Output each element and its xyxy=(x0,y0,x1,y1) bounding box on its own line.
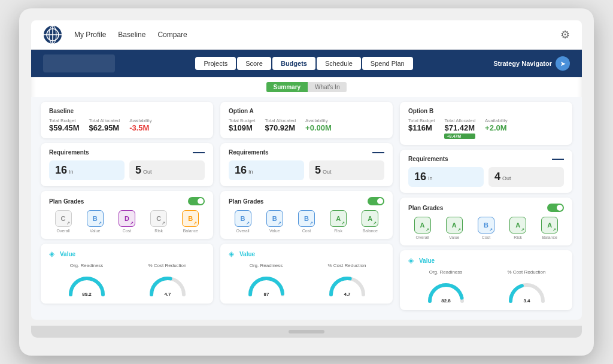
tab-schedule[interactable]: Schedule xyxy=(317,57,361,70)
value-card-option-a: ◈ Value Org. Readiness 87 xyxy=(220,244,393,304)
gauge-org-readiness-baseline: Org. Readiness 89.2 xyxy=(66,263,108,298)
budget-badge-option-b: +8.47M xyxy=(444,134,475,139)
grade-risk-option-a: A↗ Risk xyxy=(330,210,347,233)
gauge-org-readiness-option-b: Org. Readiness 82.8 xyxy=(425,269,467,304)
laptop-frame: My Profile Baseline Compare ⚙ Projects S… xyxy=(19,8,594,356)
total-budget-baseline: Total Budget $59.45M xyxy=(49,118,80,132)
column-title-option-b: Option B xyxy=(408,108,564,114)
column-option-b: Option B Total Budget $116M Total Alloca… xyxy=(400,102,572,310)
req-line xyxy=(193,152,205,153)
gear-icon[interactable]: ⚙ xyxy=(560,28,570,41)
screen: My Profile Baseline Compare ⚙ Projects S… xyxy=(31,20,582,320)
req-out-option-a: 5 Out xyxy=(309,160,384,180)
nav-links: My Profile Baseline Compare xyxy=(74,31,187,39)
column-option-a: Option A Total Budget $109M Total Alloca… xyxy=(220,102,393,310)
nav-baseline[interactable]: Baseline xyxy=(118,31,145,39)
value-card-option-b: ◈ Value Org. Readiness 82.8 xyxy=(400,250,572,310)
availability-baseline: Availability -3.5M xyxy=(129,118,152,132)
svg-text:4.7: 4.7 xyxy=(164,292,171,297)
svg-text:87: 87 xyxy=(263,292,269,297)
budget-card-option-a: Option A Total Budget $109M Total Alloca… xyxy=(220,102,393,138)
grade-overall-option-b: A↗ Overall xyxy=(414,217,431,239)
grade-risk-baseline: C↗ Risk xyxy=(150,210,167,233)
strategy-navigator-label: Strategy Navigator xyxy=(493,60,552,67)
value-icon-baseline: ◈ xyxy=(49,250,57,258)
grades-toggle-baseline[interactable] xyxy=(188,197,205,205)
total-allocated-option-a: Total Allocated $70.92M xyxy=(265,118,296,132)
grade-value-baseline: B↗ Value xyxy=(87,210,104,233)
availability-option-b: Availability +2.0M xyxy=(485,118,508,132)
value-icon-option-b: ◈ xyxy=(408,256,417,265)
grades-toggle-option-a[interactable] xyxy=(368,197,384,205)
grade-cost-baseline: D↗ Cost xyxy=(119,210,135,233)
req-line-a xyxy=(372,152,384,153)
tab-group: Projects Score Budgets Schedule Spend Pl… xyxy=(195,57,412,70)
tab-projects[interactable]: Projects xyxy=(195,57,236,70)
tab-spend-plan[interactable]: Spend Plan xyxy=(362,57,413,70)
column-title-option-a: Option A xyxy=(229,108,384,114)
banner-left-graphic xyxy=(43,54,115,72)
main-content: Baseline Total Budget $59.45M Total Allo… xyxy=(31,97,582,320)
gauge-cost-reduction-option-a: % Cost Reduction 4.7 xyxy=(326,263,368,298)
req-card-option-b: Requirements 16 In 4 Out xyxy=(400,150,572,193)
nav-my-profile[interactable]: My Profile xyxy=(74,31,106,39)
total-allocated-option-b: Total Allocated $71.42M +8.47M xyxy=(444,118,475,139)
req-in-option-a: 16 In xyxy=(229,160,304,180)
req-out-baseline: 5 Out xyxy=(129,160,205,180)
grade-cost-option-a: B↗ Cost xyxy=(298,210,315,233)
grade-balance-option-a: A↗ Balance xyxy=(362,210,378,233)
availability-option-a: Availability +0.00M xyxy=(305,118,332,132)
value-icon-option-a: ◈ xyxy=(229,250,237,258)
budget-card-baseline: Baseline Total Budget $59.45M Total Allo… xyxy=(41,102,213,138)
column-baseline: Baseline Total Budget $59.45M Total Allo… xyxy=(41,102,213,310)
whats-in-button[interactable]: What's In xyxy=(308,82,347,92)
laptop-bottom xyxy=(31,326,582,338)
nav-compare[interactable]: Compare xyxy=(157,31,187,39)
strategy-nav-icon: ➤ xyxy=(556,56,570,71)
tab-budgets[interactable]: Budgets xyxy=(272,57,315,70)
grades-card-option-a: Plan Grades B↗ Overall B↗ Value xyxy=(220,191,393,239)
grade-balance-option-b: A↗ Balance xyxy=(541,217,558,239)
req-in-baseline: 16 In xyxy=(49,160,125,180)
svg-text:82.8: 82.8 xyxy=(441,298,451,304)
column-title-baseline: Baseline xyxy=(49,108,205,114)
blue-banner: Projects Score Budgets Schedule Spend Pl… xyxy=(31,50,582,77)
gauge-cost-reduction-option-b: % Cost Reduction 3.4 xyxy=(506,269,548,304)
budget-card-option-b: Option B Total Budget $116M Total Alloca… xyxy=(400,102,572,145)
req-in-option-b: 16 In xyxy=(408,167,484,187)
columns-grid: Baseline Total Budget $59.45M Total Allo… xyxy=(41,102,572,310)
svg-text:89.2: 89.2 xyxy=(82,292,92,297)
summary-button[interactable]: Summary xyxy=(266,82,308,92)
grade-overall-baseline: C↗ Overall xyxy=(55,210,72,233)
req-card-baseline: Requirements 16 In 5 Out xyxy=(41,143,213,186)
grade-balance-baseline: B↗ Balance xyxy=(182,210,199,233)
laptop-notch xyxy=(289,330,324,333)
req-line-b xyxy=(552,159,564,160)
tab-score[interactable]: Score xyxy=(237,57,271,70)
logo-icon[interactable] xyxy=(43,25,62,44)
svg-text:3.4: 3.4 xyxy=(523,298,530,304)
grade-overall-option-a: B↗ Overall xyxy=(235,210,251,233)
grades-toggle-option-b[interactable] xyxy=(547,204,564,212)
total-budget-option-b: Total Budget $116M xyxy=(408,118,435,132)
svg-text:4.7: 4.7 xyxy=(344,292,351,297)
value-card-baseline: ◈ Value Org. Readiness 89.2 xyxy=(41,244,213,304)
summary-bar: Summary What's In xyxy=(31,77,582,97)
req-out-option-b: 4 Out xyxy=(488,167,564,187)
gauge-cost-reduction-baseline: % Cost Reduction 4.7 xyxy=(147,263,189,298)
top-nav: My Profile Baseline Compare ⚙ xyxy=(31,20,582,50)
total-allocated-baseline: Total Allocated $62.95M xyxy=(89,118,120,132)
grade-value-option-b: A↗ Value xyxy=(446,217,463,239)
grade-risk-option-b: A↗ Risk xyxy=(509,217,526,239)
gauge-org-readiness-option-a: Org. Readiness 87 xyxy=(245,263,287,298)
grade-value-option-a: B↗ Value xyxy=(266,210,283,233)
req-card-option-a: Requirements 16 In 5 Out xyxy=(220,143,393,186)
total-budget-option-a: Total Budget $109M xyxy=(229,118,255,132)
grade-cost-option-b: B↗ Cost xyxy=(478,217,494,239)
grades-card-baseline: Plan Grades C↗ Overall B↗ Value xyxy=(41,191,213,239)
strategy-navigator[interactable]: Strategy Navigator ➤ xyxy=(493,56,570,71)
grades-card-option-b: Plan Grades A↗ Overall A↗ Value xyxy=(400,198,572,245)
